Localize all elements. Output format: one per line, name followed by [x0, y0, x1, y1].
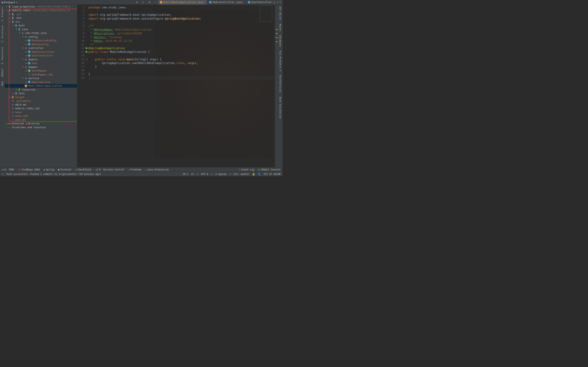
- code-line[interactable]: * @MethodName: MobileRedisApplication: [88, 28, 275, 31]
- file-encoding[interactable]: UTF-8: [201, 173, 208, 175]
- code-line[interactable]: import org.springframework.boot.autoconf…: [88, 17, 275, 20]
- bottom-tool-button[interactable]: ✿ Spring: [43, 168, 54, 171]
- tree-arrow-icon[interactable]: ▶: [9, 13, 11, 15]
- tool-strip-button[interactable]: Database: [279, 33, 282, 49]
- tree-arrow-icon[interactable]: ▼: [15, 28, 18, 30]
- inspector-icon[interactable]: 👤: [258, 173, 261, 175]
- tree-arrow-icon[interactable]: ▼: [6, 6, 8, 8]
- tree-row[interactable]: ✎Scratches and Consoles: [5, 125, 77, 129]
- tree-row[interactable]: 🗎mobile_redis.iml: [5, 107, 77, 110]
- code-line[interactable]: @SpringBootApplication: [88, 46, 275, 50]
- tree-row[interactable]: ▶▉resources: [5, 88, 77, 92]
- tool-strip-button[interactable]: Ant Build: [279, 5, 282, 22]
- code-line[interactable]: [88, 54, 275, 57]
- tree-arrow-icon[interactable]: ▼: [9, 21, 11, 23]
- tree-arrow-icon[interactable]: ▼: [22, 66, 24, 68]
- code-line[interactable]: /**: [88, 24, 275, 28]
- tree-row[interactable]: ▶▉.git: [5, 12, 77, 16]
- memory-indicator[interactable]: 532 of 4029M: [264, 173, 281, 175]
- code-line[interactable]: public static void main(String[] args) {: [88, 58, 275, 61]
- tree-row[interactable]: CMobileRedisApplication: [5, 84, 77, 88]
- editor-tab[interactable]: CMobileRedisApplication.java×: [158, 0, 207, 5]
- tree-row[interactable]: ▼▣mapper: [5, 65, 77, 69]
- line-number[interactable]: 3: [77, 13, 88, 17]
- tree-row[interactable]: ▼▣config: [5, 35, 77, 39]
- line-number[interactable]: 16: [77, 61, 88, 65]
- line-number[interactable]: 7: [77, 28, 88, 31]
- run-gutter-icon[interactable]: ▶: [86, 58, 87, 61]
- tree-row[interactable]: ▶CDataSourceConfig: [5, 39, 77, 43]
- tree-arrow-icon[interactable]: ▼: [22, 77, 24, 79]
- tree-row[interactable]: ▼▣controller: [5, 46, 77, 50]
- tree-row[interactable]: 🗎.gitignore: [5, 99, 77, 103]
- tree-row[interactable]: ▶▉target: [5, 95, 77, 99]
- editor-tab[interactable]: CRedisController.java×: [207, 0, 246, 5]
- code-line[interactable]: [88, 68, 275, 72]
- line-number[interactable]: 18: [77, 68, 88, 72]
- tree-arrow-icon[interactable]: ▼: [6, 9, 8, 11]
- code-line[interactable]: }: [88, 65, 275, 68]
- code-line[interactable]: package com.study.java;: [88, 6, 275, 9]
- bottom-tool-button[interactable]: ✔ CheckStyle: [75, 168, 91, 171]
- tree-row[interactable]: ▼▣domain: [5, 58, 77, 61]
- line-number[interactable]: 6: [77, 24, 88, 28]
- tree-arrow-icon[interactable]: ▼: [22, 47, 24, 49]
- line-number[interactable]: 5: [77, 20, 88, 24]
- code-line[interactable]: [88, 20, 275, 24]
- line-number[interactable]: 2: [77, 9, 88, 13]
- lock-icon[interactable]: 🔒: [252, 173, 255, 175]
- tree-arrow-icon[interactable]: ▶: [25, 51, 27, 53]
- code-line[interactable]: */: [88, 43, 275, 46]
- line-number[interactable]: 1: [77, 6, 88, 9]
- tree-row[interactable]: ▶CUser: [5, 61, 77, 65]
- tree-row[interactable]: ▶IUserMapper: [5, 69, 77, 73]
- editor-scrollbar[interactable]: [275, 5, 278, 167]
- tree-arrow-icon[interactable]: ▶: [12, 92, 15, 94]
- line-number[interactable]: 9: [77, 35, 88, 39]
- caret-position[interactable]: 20:1: [182, 173, 188, 175]
- code-line[interactable]: * @date: 2019-06-18 22:39: [88, 39, 275, 43]
- tree-row[interactable]: ▼▉load_properties~/work/java_study/load_…: [5, 5, 77, 8]
- bottom-tool-button[interactable]: ⟳ JRebel Console: [258, 168, 281, 171]
- tree-arrow-icon[interactable]: ▶: [25, 40, 27, 42]
- line-number[interactable]: 8: [77, 31, 88, 35]
- indent-setting[interactable]: 4 spaces: [215, 173, 226, 175]
- code-line[interactable]: [88, 9, 275, 13]
- line-number[interactable]: 4: [77, 17, 88, 20]
- minimize-icon[interactable]: —: [153, 1, 157, 4]
- tool-strip-button[interactable]: Bean Validation: [279, 95, 282, 121]
- code-line[interactable]: public class MobileRedisApplication {: [88, 50, 275, 54]
- line-number[interactable]: 19: [77, 72, 88, 76]
- line-number[interactable]: 10: [77, 39, 88, 43]
- target-icon[interactable]: ⊚: [135, 1, 139, 4]
- tree-arrow-icon[interactable]: ▼: [22, 58, 24, 60]
- tree-row[interactable]: ▼▉src: [5, 20, 77, 24]
- git-branch[interactable]: Git: master: [234, 173, 249, 175]
- tool-strip-button[interactable]: 7: Structure: [1, 23, 4, 45]
- line-number[interactable]: 14: [77, 54, 88, 57]
- bottom-tool-button[interactable]: ☕ Java Enterprise: [145, 168, 169, 171]
- line-number[interactable]: 20: [77, 76, 88, 80]
- tree-row[interactable]: mpom.xml: [5, 118, 77, 122]
- tree-arrow-icon[interactable]: ▶: [25, 43, 27, 45]
- tree-row[interactable]: ⌘UserMapper.xml: [5, 73, 77, 76]
- tool-strip-button[interactable]: Key Promoter X: [279, 49, 282, 73]
- editor-tab[interactable]: CUserController.java×: [246, 0, 275, 5]
- tree-row[interactable]: ▶CRedisService: [5, 80, 77, 84]
- tree-arrow-icon[interactable]: ▶: [25, 62, 27, 64]
- tree-arrow-icon[interactable]: ▼: [12, 25, 15, 26]
- close-icon[interactable]: ×: [204, 1, 205, 4]
- tree-row[interactable]: 🗎mvnw: [5, 110, 77, 114]
- tree-arrow-icon[interactable]: ▶: [25, 55, 27, 57]
- tabs-menu-icon[interactable]: ≡ 5: [275, 1, 283, 4]
- tree-row[interactable]: ▼▉mobile_redis~/work/java_study/mobile_r…: [5, 8, 77, 12]
- expand-icon[interactable]: ⤢: [141, 1, 145, 4]
- code-line[interactable]: SpringApplication.run(MobileRedisApplica…: [88, 61, 275, 65]
- code-line[interactable]: import org.springframework.boot.SpringAp…: [88, 13, 275, 17]
- warning-mark[interactable]: [276, 33, 277, 34]
- run-gutter-icon[interactable]: ⬤: [85, 46, 87, 50]
- tree-row[interactable]: ▶▮▮▮External Libraries: [5, 122, 77, 125]
- tree-arrow-icon[interactable]: ▶: [25, 70, 27, 72]
- bottom-tool-button[interactable]: ▣ Terminal: [58, 168, 71, 171]
- line-separator[interactable]: LF: [191, 173, 194, 175]
